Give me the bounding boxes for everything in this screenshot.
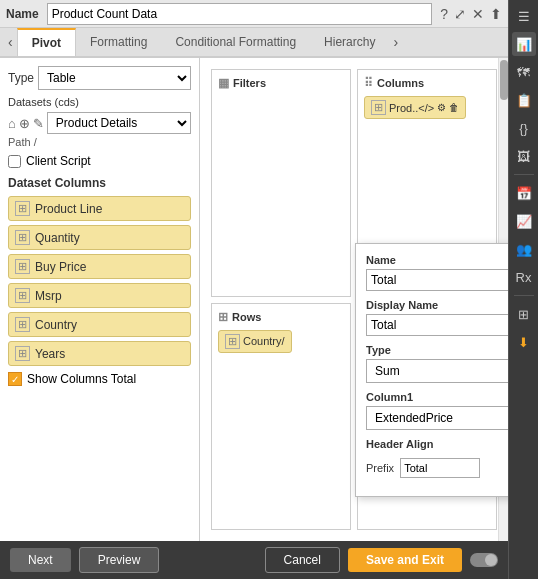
- toggle-switch[interactable]: [470, 553, 498, 567]
- row-tag[interactable]: ⊞ Country/: [218, 330, 292, 353]
- right-sidebar: ☰ 📊 🗺 📋 {} 🖼 📅 📈 👥 Rx ⊞ ⬇: [508, 0, 538, 579]
- columns-title: ⠿ Columns: [364, 76, 490, 90]
- col-tag-label: Prod..</>: [389, 102, 434, 114]
- type-row: Type Table: [8, 66, 191, 90]
- prefix-input[interactable]: [400, 458, 480, 478]
- rs-code-icon[interactable]: {}: [512, 116, 536, 140]
- popup-display-name-label: Display Name: [366, 299, 508, 311]
- prefix-row: Prefix: [366, 458, 508, 478]
- rs-analytics-icon[interactable]: 📈: [512, 209, 536, 233]
- rs-calendar-icon[interactable]: 📅: [512, 181, 536, 205]
- col-icon: ⊞: [15, 259, 30, 274]
- gear-icon[interactable]: ⚙: [437, 102, 446, 113]
- tab-prev-button[interactable]: ‹: [4, 34, 17, 50]
- show-total-checkbox[interactable]: ✓: [8, 372, 22, 386]
- client-script-checkbox[interactable]: [8, 155, 21, 168]
- popup-display-name-input[interactable]: [366, 314, 508, 336]
- title-bar: Name ? ⤢ ✕ ⬆: [0, 0, 508, 28]
- left-panel: Type Table Datasets (cds) ⌂ ⊕ ✎ Product …: [0, 58, 200, 541]
- popup-display-name-field: Display Name: [366, 299, 508, 336]
- home-icon[interactable]: ⌂: [8, 116, 16, 131]
- tab-conditional-formatting[interactable]: Conditional Formatting: [161, 28, 310, 56]
- move-icon[interactable]: ⤢: [454, 6, 466, 22]
- toggle-thumb: [485, 554, 497, 566]
- delete-icon[interactable]: 🗑: [449, 102, 459, 113]
- col-quantity[interactable]: ⊞ Quantity: [8, 225, 191, 250]
- col-msrp[interactable]: ⊞ Msrp: [8, 283, 191, 308]
- rs-divider-1: [514, 174, 534, 175]
- column-tag[interactable]: ⊞ Prod..</> ⚙ 🗑: [364, 96, 466, 119]
- col-icon: ⊞: [15, 230, 30, 245]
- popup-type-label: Type: [366, 344, 508, 356]
- columns-label: Columns: [377, 77, 424, 89]
- col-country[interactable]: ⊞ Country: [8, 312, 191, 337]
- type-select[interactable]: Table: [38, 66, 191, 90]
- rs-chart-icon[interactable]: 📊: [512, 32, 536, 56]
- show-columns-total-row: ✓ Show Columns Total: [8, 372, 191, 386]
- col-buy-price[interactable]: ⊞ Buy Price: [8, 254, 191, 279]
- prefix-label: Prefix: [366, 462, 394, 474]
- popup-name-input[interactable]: [366, 269, 508, 291]
- rs-image-icon[interactable]: 🖼: [512, 144, 536, 168]
- rs-map-icon[interactable]: 🗺: [512, 60, 536, 84]
- col-label: Product Line: [35, 202, 102, 216]
- preview-button[interactable]: Preview: [79, 547, 160, 573]
- col-icon: ⊞: [15, 317, 30, 332]
- footer: Next Preview Cancel Save and Exit: [0, 541, 508, 579]
- rs-grid-icon[interactable]: ⊞: [512, 302, 536, 326]
- col-icon: ⊞: [15, 346, 30, 361]
- close-icon[interactable]: ✕: [472, 6, 484, 22]
- path-value: /: [34, 136, 37, 148]
- popup-column1-select[interactable]: ExtendedPrice Product Line Quantity Buy …: [366, 406, 508, 430]
- client-script-row: Client Script: [8, 154, 191, 168]
- filters-section: ▦ Filters: [211, 69, 351, 297]
- save-exit-button[interactable]: Save and Exit: [348, 548, 462, 572]
- collapse-icon[interactable]: ⬆: [490, 6, 502, 22]
- title-icons: ? ⤢ ✕ ⬆: [440, 6, 502, 22]
- columns-icon: ⠿: [364, 76, 373, 90]
- rows-icon: ⊞: [218, 310, 228, 324]
- row-tag-icon: ⊞: [225, 334, 240, 349]
- tab-formatting[interactable]: Formatting: [76, 28, 161, 56]
- filter-icon: ▦: [218, 76, 229, 90]
- type-label: Type: [8, 71, 34, 85]
- dataset-select[interactable]: Product Details: [47, 112, 191, 134]
- col-label: Quantity: [35, 231, 80, 245]
- popup-type-select[interactable]: Sum Count Average Min Max: [366, 359, 508, 383]
- rs-list-icon[interactable]: 📋: [512, 88, 536, 112]
- rs-download-icon[interactable]: ⬇: [512, 330, 536, 354]
- dataset-columns-title: Dataset Columns: [8, 176, 191, 190]
- show-total-label: Show Columns Total: [27, 372, 136, 386]
- col-label: Years: [35, 347, 65, 361]
- col-label: Buy Price: [35, 260, 86, 274]
- col-product-line[interactable]: ⊞ Product Line: [8, 196, 191, 221]
- dataset-icons: ⌂ ⊕ ✎: [8, 116, 44, 131]
- rs-table-icon[interactable]: ☰: [512, 4, 536, 28]
- next-button[interactable]: Next: [10, 548, 71, 572]
- rs-divider-2: [514, 295, 534, 296]
- main-area: Type Table Datasets (cds) ⌂ ⊕ ✎ Product …: [0, 58, 508, 541]
- tab-bar: ‹ Pivot Formatting Conditional Formattin…: [0, 28, 508, 58]
- popup-column1-field: Column1 ExtendedPrice Product Line Quant…: [366, 391, 508, 430]
- col-icon: ⊞: [15, 288, 30, 303]
- scrollbar-thumb[interactable]: [500, 60, 508, 100]
- rs-rx-icon[interactable]: Rx: [512, 265, 536, 289]
- rs-users-icon[interactable]: 👥: [512, 237, 536, 261]
- add-icon[interactable]: ⊕: [19, 116, 30, 131]
- datasets-label: Datasets (cds): [8, 96, 191, 108]
- popup-overlay: Name Display Name Type Sum Count Average: [355, 243, 508, 497]
- edit-icon[interactable]: ✎: [33, 116, 44, 131]
- tab-pivot[interactable]: Pivot: [17, 28, 76, 56]
- col-years[interactable]: ⊞ Years: [8, 341, 191, 366]
- help-icon[interactable]: ?: [440, 6, 448, 22]
- tab-hierarchy[interactable]: Hierarchy: [310, 28, 389, 56]
- row-tag-label: Country/: [243, 335, 285, 347]
- cancel-button[interactable]: Cancel: [265, 547, 340, 573]
- tab-next-button[interactable]: ›: [389, 34, 402, 50]
- popup-name-label: Name: [366, 254, 508, 266]
- rows-section: ⊞ Rows ⊞ Country/: [211, 303, 351, 531]
- title-input[interactable]: [47, 3, 433, 25]
- popup-column1-label: Column1: [366, 391, 508, 403]
- right-panel: ▦ Filters ⠿ Columns ⊞ Prod..</>: [200, 58, 508, 541]
- dataset-row: ⌂ ⊕ ✎ Product Details: [8, 112, 191, 134]
